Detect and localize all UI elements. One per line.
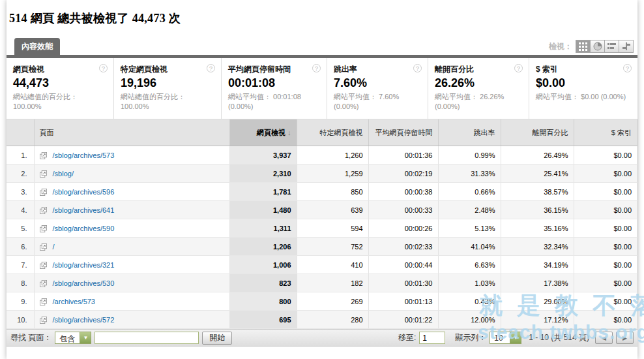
rows-per-page-select[interactable]: 10 ▼ bbox=[490, 332, 521, 344]
scorecard-bounce-rate: 跳出率? 7.60% 網站平均值： 7.60% (0.00%) bbox=[327, 58, 428, 119]
rows-per-page-value: 10 bbox=[490, 332, 510, 343]
index-column-header[interactable]: $ 索引 bbox=[574, 119, 637, 146]
bounce-column-header[interactable]: 跳出率 bbox=[438, 119, 501, 146]
row-page: /sblog/archives/573 bbox=[34, 146, 229, 164]
rank-column-header bbox=[7, 119, 34, 146]
external-link-icon[interactable] bbox=[40, 207, 47, 214]
row-page: /sblog/ bbox=[34, 164, 229, 183]
avg-time-column-header[interactable]: 平均網頁停留時間 bbox=[368, 119, 438, 146]
help-icon[interactable]: ? bbox=[312, 64, 321, 72]
row-index: $0.00 bbox=[574, 183, 637, 201]
page-link[interactable]: /sblog/archives/530 bbox=[53, 279, 115, 287]
page-link[interactable]: /archives/573 bbox=[53, 298, 95, 305]
search-input[interactable] bbox=[95, 332, 199, 344]
external-link-icon[interactable] bbox=[40, 280, 47, 287]
scorecard-pageviews: 網頁檢視? 44,473 網站總值的百分比： 100.00% bbox=[7, 58, 114, 119]
row-pageviews: 800 bbox=[229, 292, 297, 311]
help-icon[interactable]: ? bbox=[623, 64, 632, 72]
scorecard-unique-pageviews: 特定網頁檢視? 19,196 網站總值的百分比： 100.00% bbox=[114, 58, 222, 119]
external-link-icon[interactable] bbox=[40, 225, 47, 232]
table-row: 5. /sblog/archives/590 1,311 594 00:00:2… bbox=[7, 219, 637, 238]
row-rank: 2. bbox=[7, 164, 34, 183]
row-exit: 17.12% bbox=[501, 311, 574, 329]
unique-pageviews-column-header[interactable]: 特定網頁檢視 bbox=[297, 119, 368, 146]
comparison-view-button[interactable] bbox=[619, 40, 634, 53]
page-title: 514 網頁 總共被檢視了 44,473 次 bbox=[7, 0, 637, 29]
help-icon[interactable]: ? bbox=[514, 64, 523, 72]
external-link-icon[interactable] bbox=[40, 243, 47, 251]
row-rank: 3. bbox=[7, 183, 34, 201]
pageviews-column-header[interactable]: 網頁檢視↓ bbox=[229, 119, 297, 146]
row-rank: 1. bbox=[7, 146, 34, 164]
row-bounce: 5.13% bbox=[438, 219, 501, 238]
help-icon[interactable]: ? bbox=[207, 64, 215, 72]
row-avg-time: 00:02:19 bbox=[368, 164, 438, 183]
scorecard-exit-rate: 離開百分比? 26.26% 網站平均值： 26.26% (0.00%) bbox=[428, 58, 529, 119]
page-link[interactable]: /sblog/ bbox=[53, 170, 74, 178]
row-avg-time: 00:02:33 bbox=[368, 238, 438, 256]
next-page-button[interactable]: ▶ bbox=[616, 332, 634, 344]
external-link-icon[interactable] bbox=[40, 298, 47, 305]
row-bounce: 2.48% bbox=[438, 201, 501, 219]
match-type-select[interactable]: 包含 ▼ bbox=[55, 332, 91, 344]
prev-page-button[interactable]: ◀ bbox=[595, 332, 613, 344]
row-bounce: 0.66% bbox=[438, 183, 501, 201]
help-icon[interactable]: ? bbox=[99, 64, 108, 72]
page-column-header[interactable]: 頁面 bbox=[34, 119, 229, 146]
row-bounce: 12.00% bbox=[438, 311, 501, 329]
external-link-icon[interactable] bbox=[40, 189, 47, 196]
metric-value: 19,196 bbox=[121, 76, 215, 90]
row-exit: 29.00% bbox=[501, 292, 574, 311]
metric-title: 跳出率 bbox=[334, 64, 357, 75]
exit-column-header[interactable]: 離開百分比 bbox=[501, 119, 574, 146]
external-link-icon[interactable] bbox=[40, 170, 47, 178]
table-row: 6. / 1,206 752 00:02:33 41.04% 32.34% $0… bbox=[7, 238, 637, 256]
help-icon[interactable]: ? bbox=[413, 64, 422, 72]
table-view-button[interactable] bbox=[576, 40, 591, 53]
row-index: $0.00 bbox=[574, 311, 637, 329]
row-pageviews: 1,480 bbox=[229, 201, 297, 219]
row-index: $0.00 bbox=[574, 219, 637, 238]
external-link-icon[interactable] bbox=[40, 262, 47, 269]
view-label: 檢視： bbox=[549, 41, 572, 52]
bar-view-button[interactable] bbox=[604, 40, 619, 53]
page-link[interactable]: /sblog/archives/321 bbox=[53, 261, 115, 269]
row-avg-time: 00:00:33 bbox=[368, 201, 438, 219]
external-link-icon[interactable] bbox=[40, 152, 47, 159]
metric-title: 平均網頁停留時間 bbox=[228, 64, 291, 75]
row-avg-time: 00:00:38 bbox=[368, 183, 438, 201]
page-link[interactable]: /sblog/archives/596 bbox=[53, 188, 115, 196]
row-avg-time: 00:01:22 bbox=[368, 311, 438, 329]
metric-value: 7.60% bbox=[334, 76, 422, 90]
page-link[interactable]: /sblog/archives/641 bbox=[53, 206, 115, 214]
row-unique-pageviews: 594 bbox=[297, 219, 368, 238]
page-link[interactable]: /sblog/archives/590 bbox=[53, 225, 115, 232]
table-body: 1. /sblog/archives/573 3,937 1,260 00:01… bbox=[7, 146, 637, 329]
row-exit: 32.34% bbox=[501, 238, 574, 256]
external-link-icon[interactable] bbox=[40, 317, 47, 324]
table-row: 10. /sblog/archives/572 695 280 00:01:22… bbox=[7, 311, 637, 329]
table-row: 9. /archives/573 800 269 00:01:13 0.43% … bbox=[7, 292, 637, 311]
goto-label: 移至: bbox=[398, 332, 416, 343]
tab-content-performance[interactable]: 內容效能 bbox=[14, 38, 60, 55]
metric-title: 離開百分比 bbox=[435, 64, 474, 75]
page-link[interactable]: / bbox=[53, 243, 55, 251]
start-button[interactable]: 開始 bbox=[202, 332, 232, 345]
pie-view-button[interactable] bbox=[590, 40, 605, 53]
table-row: 4. /sblog/archives/641 1,480 639 00:00:3… bbox=[7, 201, 637, 219]
row-avg-time: 00:01:30 bbox=[368, 274, 438, 292]
row-pageviews: 695 bbox=[229, 311, 297, 329]
row-exit: 38.57% bbox=[501, 183, 574, 201]
next-arrow-icon: ▶ bbox=[622, 335, 627, 341]
row-avg-time: 00:01:13 bbox=[368, 292, 438, 311]
row-index: $0.00 bbox=[574, 292, 637, 311]
chevron-down-icon: ▼ bbox=[510, 332, 521, 343]
page-link[interactable]: /sblog/archives/572 bbox=[53, 316, 115, 324]
row-bounce: 0.43% bbox=[438, 292, 501, 311]
row-pageviews: 823 bbox=[229, 274, 297, 292]
goto-page-input[interactable] bbox=[419, 332, 445, 344]
page-link[interactable]: /sblog/archives/573 bbox=[53, 151, 115, 159]
sort-desc-icon: ↓ bbox=[287, 129, 291, 136]
row-bounce: 0.99% bbox=[438, 146, 501, 164]
row-page: /archives/573 bbox=[34, 292, 229, 311]
